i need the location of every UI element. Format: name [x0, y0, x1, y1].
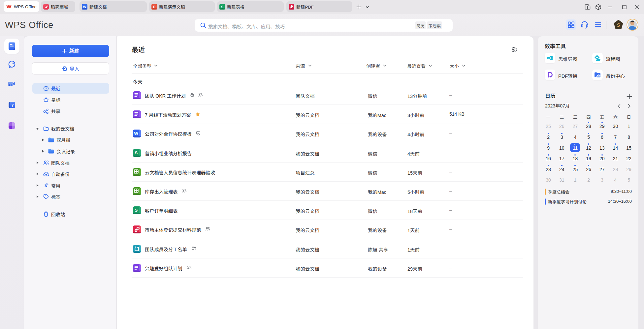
svg-text:S: S — [135, 208, 138, 213]
svg-text:W: W — [83, 5, 86, 9]
svg-text:7: 7 — [12, 103, 14, 108]
svg-text:S: S — [135, 150, 138, 155]
svg-text:P: P — [153, 5, 155, 9]
svg-text:S: S — [221, 5, 223, 9]
svg-text:S: S — [617, 22, 620, 28]
svg-text:W: W — [134, 131, 138, 136]
